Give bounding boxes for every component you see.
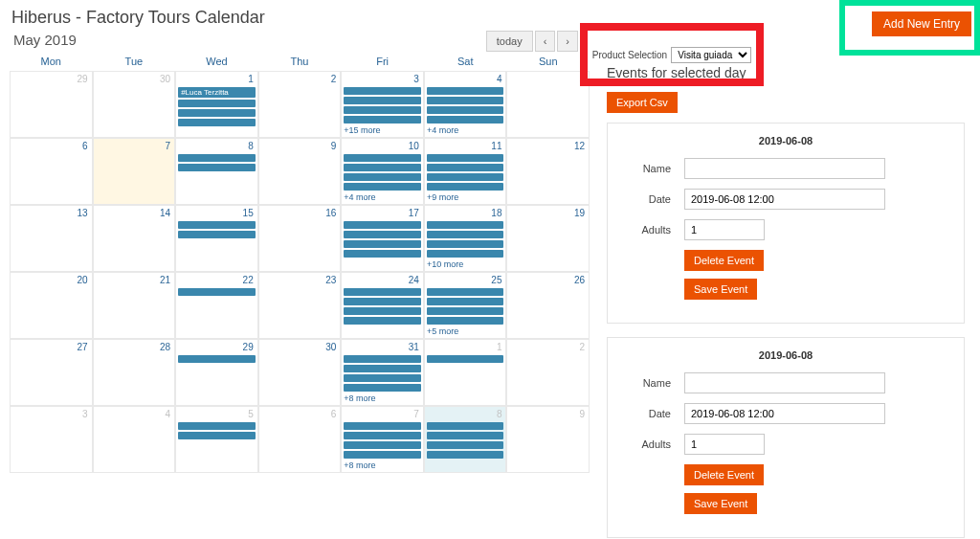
event-bar[interactable] bbox=[427, 317, 504, 325]
event-bar[interactable] bbox=[344, 288, 421, 296]
export-csv-button[interactable]: Export Csv bbox=[607, 92, 678, 113]
event-bar[interactable] bbox=[178, 231, 256, 238]
event-bar[interactable] bbox=[178, 355, 256, 363]
event-date-input[interactable] bbox=[684, 189, 885, 210]
more-events-link[interactable]: +10 more bbox=[427, 259, 506, 269]
more-events-link[interactable]: +4 more bbox=[344, 192, 423, 202]
event-bar[interactable] bbox=[427, 298, 504, 305]
event-bar[interactable] bbox=[344, 221, 421, 229]
calendar-cell[interactable]: 13 bbox=[10, 205, 93, 272]
calendar-cell[interactable]: 12 bbox=[506, 138, 590, 205]
calendar-cell[interactable]: 4+4 more bbox=[424, 71, 507, 138]
event-bar[interactable] bbox=[344, 183, 421, 191]
calendar-cell[interactable]: 7+8 more bbox=[341, 406, 424, 473]
calendar-cell[interactable]: 21 bbox=[93, 272, 176, 339]
calendar-cell[interactable]: 28 bbox=[93, 339, 176, 406]
event-bar[interactable] bbox=[344, 317, 421, 325]
event-bar[interactable] bbox=[427, 451, 504, 459]
event-bar[interactable] bbox=[344, 87, 421, 95]
calendar-cell[interactable]: 8 bbox=[424, 406, 507, 473]
more-events-link[interactable]: +8 more bbox=[344, 393, 423, 403]
calendar-cell[interactable]: 14 bbox=[93, 205, 176, 272]
event-bar[interactable] bbox=[344, 432, 421, 439]
calendar-cell[interactable]: 22 bbox=[175, 272, 258, 339]
event-adults-input[interactable] bbox=[684, 219, 765, 240]
event-bar[interactable] bbox=[427, 97, 504, 104]
calendar-cell[interactable]: 30 bbox=[258, 339, 342, 406]
event-bar[interactable] bbox=[427, 116, 504, 124]
calendar-cell[interactable]: 15 bbox=[175, 205, 258, 272]
calendar-cell[interactable]: 1#Luca Terzitta bbox=[175, 71, 258, 138]
calendar-cell[interactable]: 29 bbox=[10, 71, 93, 138]
event-bar[interactable] bbox=[344, 422, 421, 430]
event-bar[interactable] bbox=[344, 231, 421, 238]
event-bar[interactable] bbox=[427, 250, 504, 258]
calendar-cell[interactable]: 6 bbox=[258, 406, 342, 473]
save-event-button[interactable]: Save Event bbox=[684, 493, 757, 514]
calendar-cell[interactable]: 10+4 more bbox=[341, 138, 424, 205]
today-button[interactable]: today bbox=[486, 31, 533, 52]
prev-month-button[interactable]: ‹ bbox=[535, 31, 556, 52]
event-name-input[interactable] bbox=[684, 158, 885, 179]
event-bar[interactable] bbox=[427, 173, 504, 181]
event-bar[interactable] bbox=[178, 109, 256, 117]
calendar-cell[interactable]: 7 bbox=[93, 138, 176, 205]
event-bar[interactable] bbox=[427, 106, 504, 114]
event-bar[interactable] bbox=[344, 97, 421, 104]
event-bar[interactable] bbox=[178, 154, 256, 162]
event-bar[interactable] bbox=[427, 221, 504, 229]
event-bar[interactable] bbox=[344, 355, 421, 363]
event-bar[interactable] bbox=[427, 422, 504, 430]
event-bar[interactable] bbox=[427, 432, 504, 439]
event-bar[interactable] bbox=[344, 164, 421, 171]
event-bar[interactable] bbox=[344, 384, 421, 392]
delete-event-button[interactable]: Delete Event bbox=[684, 250, 764, 271]
event-bar[interactable] bbox=[427, 288, 504, 296]
calendar-cell[interactable]: 8 bbox=[175, 138, 258, 205]
event-bar[interactable] bbox=[427, 154, 504, 162]
calendar-cell[interactable]: 17 bbox=[341, 205, 424, 272]
event-bar[interactable] bbox=[178, 100, 256, 107]
calendar-cell[interactable]: 24 bbox=[341, 272, 424, 339]
event-bar[interactable] bbox=[427, 87, 504, 95]
calendar-cell[interactable]: 1 bbox=[424, 339, 507, 406]
calendar-cell[interactable]: 2 bbox=[506, 339, 590, 406]
calendar-cell[interactable]: 29 bbox=[175, 339, 258, 406]
calendar-cell[interactable]: 18+10 more bbox=[424, 205, 507, 272]
event-bar[interactable] bbox=[427, 307, 504, 315]
event-bar[interactable] bbox=[344, 173, 421, 181]
more-events-link[interactable]: +4 more bbox=[427, 125, 506, 135]
event-bar[interactable] bbox=[178, 221, 256, 229]
calendar-cell[interactable]: 11+9 more bbox=[424, 138, 507, 205]
calendar-cell[interactable]: 3+15 more bbox=[341, 71, 424, 138]
event-bar[interactable]: #Luca Terzitta bbox=[178, 87, 256, 98]
more-events-link[interactable]: +5 more bbox=[427, 326, 506, 336]
event-bar[interactable] bbox=[344, 374, 421, 382]
event-bar[interactable] bbox=[344, 441, 421, 449]
more-events-link[interactable]: +15 more bbox=[344, 125, 423, 135]
product-selection-select[interactable]: Visita guiada i tast bbox=[671, 47, 751, 63]
event-date-input[interactable] bbox=[684, 403, 885, 424]
event-bar[interactable] bbox=[344, 307, 421, 315]
event-bar[interactable] bbox=[427, 183, 504, 191]
event-bar[interactable] bbox=[344, 116, 421, 124]
event-bar[interactable] bbox=[344, 298, 421, 305]
delete-event-button[interactable]: Delete Event bbox=[684, 464, 764, 485]
calendar-cell[interactable]: 4 bbox=[93, 406, 176, 473]
calendar-cell[interactable]: 26 bbox=[506, 272, 590, 339]
event-bar[interactable] bbox=[427, 164, 504, 171]
event-bar[interactable] bbox=[344, 154, 421, 162]
event-name-input[interactable] bbox=[684, 372, 885, 393]
calendar-cell[interactable]: 9 bbox=[258, 138, 342, 205]
calendar-cell[interactable]: 5 bbox=[175, 406, 258, 473]
event-bar[interactable] bbox=[178, 422, 256, 430]
event-bar[interactable] bbox=[344, 250, 421, 258]
save-event-button[interactable]: Save Event bbox=[684, 279, 757, 300]
calendar-cell[interactable]: 27 bbox=[10, 339, 93, 406]
calendar-cell[interactable]: 20 bbox=[10, 272, 93, 339]
event-bar[interactable] bbox=[178, 119, 256, 126]
more-events-link[interactable]: +9 more bbox=[427, 192, 506, 202]
event-bar[interactable] bbox=[178, 164, 256, 171]
calendar-cell[interactable]: 31+8 more bbox=[341, 339, 424, 406]
calendar-cell[interactable]: 16 bbox=[258, 205, 342, 272]
